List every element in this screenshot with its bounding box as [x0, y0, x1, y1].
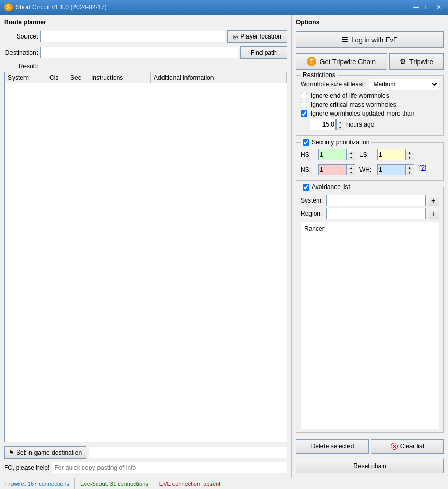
- ns-input[interactable]: [318, 164, 347, 175]
- destination-input[interactable]: [40, 47, 238, 58]
- wh-size-select[interactable]: Small Medium Large X-Large: [369, 79, 440, 90]
- hours-spin-down[interactable]: ▾: [337, 124, 344, 130]
- region-avoidance-label: Region:: [301, 210, 324, 217]
- system-avoidance-input[interactable]: [326, 195, 426, 206]
- wh-size-row: Wormhole size at least: Small Medium Lar…: [301, 79, 439, 90]
- destination-label: Destination:: [4, 49, 38, 56]
- column-instructions: Instructions: [88, 72, 151, 83]
- ns-spinner: ▴ ▾: [318, 164, 355, 175]
- app-icon: S: [4, 3, 13, 11]
- status-bar: Tripwire: 167 connections Eve-Scout: 31 …: [0, 478, 448, 489]
- set-destination-button[interactable]: ⚑ Set in-game destination: [4, 446, 86, 459]
- hs-input[interactable]: [318, 149, 347, 160]
- options-title: Options: [296, 19, 444, 26]
- wh-label: WH:: [359, 166, 374, 173]
- sec-inputs-row1: HS: ▴ ▾ LS: ▴ ▾: [301, 149, 439, 162]
- ls-spin-down[interactable]: ▾: [406, 155, 414, 160]
- avoidance-group: Avoidance list System: + Region: +: [296, 187, 444, 433]
- ls-spin-up[interactable]: ▴: [406, 149, 414, 155]
- login-button[interactable]: Log in with EvE: [296, 31, 444, 48]
- system-row: System: +: [301, 195, 439, 206]
- hours-input[interactable]: [310, 119, 336, 130]
- hs-spin-up[interactable]: ▴: [347, 149, 355, 155]
- table-header: System Cls Sec Instructions Additional i…: [5, 72, 287, 83]
- tripwire-label: Tripwire: [409, 58, 433, 66]
- wh-spinner: ▴ ▾: [377, 164, 414, 175]
- hs-spin-wrapper: ▴ ▾: [347, 149, 355, 160]
- close-button[interactable]: ✕: [433, 2, 444, 12]
- clear-icon: ✕: [391, 443, 398, 450]
- player-location-label: Player location: [240, 33, 281, 40]
- title-bar-left: S Short Circuit v1.1.0 (2024-02-17): [4, 3, 107, 11]
- hours-spinner: ▴ ▾: [310, 119, 344, 130]
- player-location-button[interactable]: ◎ Player location: [227, 30, 287, 43]
- maximize-button[interactable]: □: [422, 2, 432, 12]
- ns-spin-up[interactable]: ▴: [347, 165, 355, 170]
- fc-row: FC, please help!: [4, 462, 287, 473]
- wh-input[interactable]: [377, 164, 406, 175]
- login-icon: [342, 37, 348, 42]
- ls-label: LS:: [359, 151, 374, 158]
- avoidance-inputs: System: + Region: +: [301, 195, 439, 221]
- gear-icon: ⚙: [400, 57, 406, 66]
- ls-spinner: ▴ ▾: [377, 149, 414, 160]
- avoidance-list[interactable]: Rancer: [301, 222, 439, 429]
- list-item[interactable]: Rancer: [303, 224, 437, 233]
- app-title: Short Circuit v1.1.0 (2024-02-17): [16, 4, 107, 11]
- help-link[interactable]: [?]: [419, 164, 426, 177]
- get-tripwire-button[interactable]: T Get Tripwire Chain: [296, 53, 387, 70]
- ignore-critical-checkbox[interactable]: [301, 102, 307, 108]
- result-label: Result:: [4, 62, 38, 70]
- ignore-updated-label: Ignore wormholes updated more than: [310, 110, 414, 117]
- ignore-eol-checkbox[interactable]: [301, 93, 307, 99]
- wh-spin-wrapper: ▴ ▾: [406, 164, 414, 175]
- source-input[interactable]: [40, 31, 225, 42]
- avoidance-checkbox[interactable]: [303, 184, 309, 191]
- clear-list-label: Clear list: [400, 443, 425, 450]
- wh-spin-down[interactable]: ▾: [406, 170, 414, 175]
- wh-row: WH: ▴ ▾: [359, 164, 414, 175]
- ns-spin-down[interactable]: ▾: [347, 170, 355, 175]
- hours-spin-up[interactable]: ▴: [337, 119, 344, 124]
- spin-wrapper: ▴ ▾: [336, 119, 344, 130]
- restrictions-group: Restrictions Wormhole size at least: Sma…: [296, 75, 444, 136]
- region-row: Region: +: [301, 208, 439, 219]
- reset-chain-button[interactable]: Reset chain: [296, 459, 444, 473]
- plus-icon: +: [431, 196, 435, 205]
- tripwire-status: Tripwire: 167 connections: [4, 478, 75, 489]
- minimize-button[interactable]: —: [410, 2, 421, 12]
- column-cls: Cls: [46, 72, 67, 83]
- left-panel: Route planner Source: ◎ Player location …: [0, 15, 292, 478]
- set-dest-label: Set in-game destination: [16, 449, 82, 456]
- delete-selected-button[interactable]: Delete selected: [296, 439, 369, 454]
- ignore-updated-checkbox[interactable]: [301, 110, 307, 117]
- ignore-eol-row: Ignore end of life wormholes: [301, 92, 439, 99]
- ns-row: NS: ▴ ▾: [301, 164, 355, 175]
- hs-spin-down[interactable]: ▾: [347, 155, 355, 160]
- location-icon: ◎: [233, 33, 238, 40]
- column-sec: Sec: [67, 72, 88, 83]
- fc-label: FC, please help!: [4, 464, 49, 471]
- sec-priority-checkbox[interactable]: [303, 139, 309, 146]
- fc-input[interactable]: [52, 462, 287, 473]
- region-add-button[interactable]: +: [428, 208, 439, 219]
- hours-label: hours ago: [346, 121, 374, 128]
- find-path-button[interactable]: Find path: [240, 46, 287, 59]
- bottom-right-buttons: Delete selected ✕ Clear list: [296, 439, 444, 454]
- main-content: Route planner Source: ◎ Player location …: [0, 15, 448, 478]
- ls-input[interactable]: [377, 149, 406, 160]
- region-avoidance-input[interactable]: [326, 208, 426, 219]
- source-row: Source: ◎ Player location: [4, 30, 287, 43]
- source-label: Source:: [4, 33, 38, 40]
- tripwire-button[interactable]: ⚙ Tripwire: [389, 53, 444, 70]
- ns-spin-wrapper: ▴ ▾: [347, 164, 355, 175]
- system-add-button[interactable]: +: [428, 195, 439, 206]
- sec-priority-legend: Security prioritization: [301, 139, 371, 146]
- wh-spin-up[interactable]: ▴: [406, 165, 414, 170]
- eve-status-text: EVE connection: absent: [159, 481, 220, 487]
- system-avoidance-label: System:: [301, 197, 324, 204]
- clear-list-button[interactable]: ✕ Clear list: [371, 439, 444, 454]
- ignore-updated-row: Ignore wormholes updated more than: [301, 110, 439, 117]
- destination-copy-input[interactable]: [89, 447, 287, 458]
- column-system: System: [5, 72, 46, 83]
